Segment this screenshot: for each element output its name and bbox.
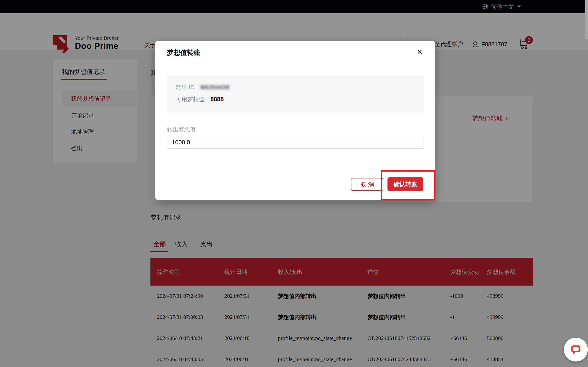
out-id-row: 转出 ID M6354438 [176,83,229,91]
confirm-transfer-button[interactable]: 确认转账 [388,177,423,191]
modal-divider [167,65,424,65]
out-id-label: 转出 ID [176,83,195,91]
amount-field-label: 转出梦想值 [167,126,196,133]
available-label: 可用梦想值 [176,95,204,103]
dream-transfer-modal: 梦想值转账 ? ✕ 转出 ID M6354438 可用梦想值 8888 转出梦想… [155,41,435,200]
live-chat-button[interactable] [564,338,588,361]
close-icon[interactable]: ✕ [417,48,423,56]
chat-bubble-icon [569,343,582,356]
available-row: 可用梦想值 8888 [176,95,224,103]
cancel-button[interactable]: 取 消 [351,178,383,191]
page: 简体中文 Your Private Broker Doo Prime 关于理想家… [0,0,588,367]
amount-input[interactable] [167,136,424,149]
scrollbar-thumb[interactable] [585,0,588,39]
out-id-value: M6354438 [200,84,229,91]
transfer-info-panel: 转出 ID M6354438 可用梦想值 8888 [167,75,424,112]
help-icon[interactable]: ? [193,50,199,56]
available-value: 8888 [210,96,224,103]
